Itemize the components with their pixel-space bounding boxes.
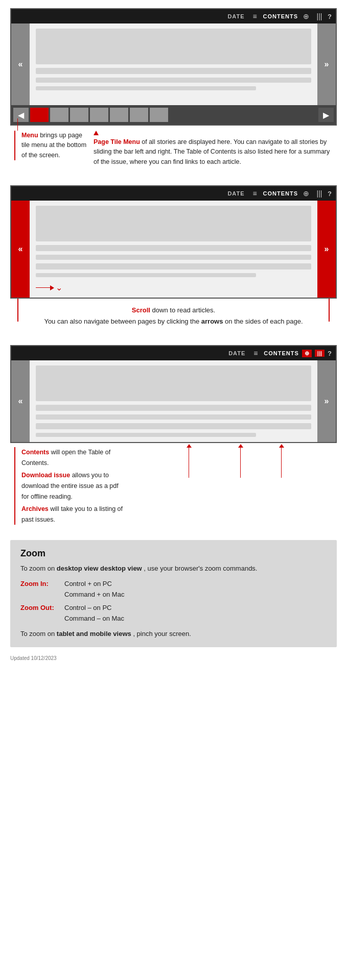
content-line-3d [36, 433, 256, 437]
ann-contents-title: Contents [21, 449, 49, 456]
ann-pagetile-arrow-row [94, 131, 333, 135]
ann-download-title: Download issue [21, 472, 70, 479]
topbar-question-icon-2[interactable]: ? [328, 190, 332, 198]
content-line-1a [36, 68, 311, 74]
zoom-tablet-intro: To zoom on [20, 630, 55, 638]
tile-item-4[interactable] [90, 108, 108, 122]
zoom-section: Zoom To zoom on desktop view desktop vie… [10, 540, 337, 647]
reader-topbar-1: DATE ≡ CONTENTS ⊕ ||| ? [11, 9, 336, 23]
zoom-in-values: Control + on PC Command + on Mac [64, 578, 124, 600]
topbar-library-icon-2[interactable]: ||| [314, 189, 325, 198]
reader-topbar-3: DATE ≡ CONTENTS ⊕ ||| ? [11, 346, 336, 360]
zoom-out-values: Control – on PC Command – on Mac [64, 602, 124, 624]
scroll-indicator: ⌄ [36, 283, 311, 292]
content-line-3a [36, 405, 311, 411]
nav-arrow-right-1[interactable]: » [317, 23, 336, 105]
ann-menu: Menu brings up page tile menu at the bot… [14, 131, 88, 160]
content-line-3b [36, 414, 311, 420]
tile-bar-1: ◀ ▶ [11, 105, 336, 125]
topbar-menu-icon-2[interactable]: ≡ [250, 189, 260, 198]
topbar-contents-3[interactable]: CONTENTS [264, 350, 299, 356]
arrowhead-download [238, 444, 243, 448]
ann-scroll-title: Scroll [132, 306, 150, 314]
arrowhead-archives [279, 444, 284, 448]
content-image-2 [36, 206, 311, 241]
arrow-line-contents [189, 447, 189, 478]
arrowhead-contents [187, 444, 192, 448]
reader-frame-3: DATE ≡ CONTENTS ⊕ ||| ? « » [10, 345, 337, 443]
tile-item-7[interactable] [150, 108, 168, 122]
arrow-line-archives [281, 447, 282, 478]
nav-arrow-right-2[interactable]: » [317, 201, 336, 298]
zoom-desktop-bold: desktop view [57, 565, 99, 572]
ann-contents-line: Contents will open the Table of Contents… [21, 447, 127, 468]
ann-menu-line [17, 118, 18, 131]
topbar-contents-2[interactable]: CONTENTS [263, 190, 298, 197]
topbar-library-icon-3[interactable]: ||| [315, 350, 325, 357]
zoom-out-pc: Control – on PC [64, 602, 124, 613]
topbar-add-icon-2[interactable]: ⊕ [301, 189, 311, 198]
zoom-in-label: Zoom In: [20, 578, 61, 589]
reader-body-3: « » [11, 360, 336, 442]
zoom-intro-end: , use your browser's zoom commands. [144, 565, 257, 572]
zoom-in-pc: Control + on PC [64, 578, 124, 589]
content-line-2d [36, 273, 256, 277]
nav-arrow-left-3[interactable]: « [11, 360, 30, 442]
tile-item-6[interactable] [130, 108, 148, 122]
zoom-in-row: Zoom In: Control + on PC Command + on Ma… [20, 578, 327, 600]
ann-pagetile: Page Tile Menu of all stories are displa… [94, 131, 333, 167]
zoom-body: To zoom on desktop view desktop view , u… [20, 563, 327, 639]
ann-scroll-text: Scroll down to read articles. You can al… [26, 305, 321, 327]
tile-item-2[interactable] [50, 108, 68, 122]
content-image-1 [36, 29, 311, 64]
reader-frame-2: DATE ≡ CONTENTS ⊕ ||| ? « ⌄ [10, 185, 337, 299]
ann-pagetile-title: Page Tile Menu [94, 138, 140, 145]
zoom-intro: To zoom on [20, 565, 55, 572]
zoom-tablet-end: , pinch your screen. [133, 630, 191, 638]
content-line-1c [36, 86, 256, 90]
topbar-menu-icon-3[interactable]: ≡ [250, 349, 261, 357]
zoom-out-label: Zoom Out: [20, 602, 61, 613]
content-image-3 [36, 365, 311, 401]
content-line-3c [36, 423, 311, 429]
zoom-intro-line: To zoom on desktop view desktop view , u… [20, 563, 327, 574]
zoom-desktop-label: desktop view [100, 565, 142, 572]
tile-arrow-right-1[interactable]: ▶ [318, 108, 334, 122]
section1-pagetile: DATE ≡ CONTENTS ⊕ ||| ? « » ◀ [0, 0, 347, 177]
arrow-line-download [240, 447, 241, 478]
ann-scroll-bracket-right [329, 299, 330, 322]
tile-item-3[interactable] [70, 108, 88, 122]
nav-arrow-left-2[interactable]: « [11, 201, 30, 298]
ann-toolbar-left: Contents will open the Table of Contents… [14, 447, 127, 525]
topbar-question-icon-1[interactable]: ? [328, 13, 332, 20]
ann-menu-bracket [14, 131, 15, 160]
nav-arrow-left-1[interactable]: « [11, 23, 30, 105]
topbar-menu-icon-1[interactable]: ≡ [250, 12, 260, 20]
nav-arrow-right-3[interactable]: » [317, 360, 336, 442]
topbar-date-3: DATE [228, 350, 245, 356]
zoom-out-row: Zoom Out: Control – on PC Command – on M… [20, 602, 327, 624]
ann-scroll-nav: You can also navigate between pages by c… [44, 317, 201, 325]
topbar-date-1: DATE [227, 13, 244, 19]
tile-item-5[interactable] [110, 108, 128, 122]
topbar-contents-1[interactable]: CONTENTS [263, 13, 298, 19]
tile-arrow-left-1[interactable]: ◀ [13, 108, 29, 122]
topbar-date-2: DATE [227, 190, 244, 197]
ann-download-line: Download issue allows you to download th… [21, 470, 127, 502]
topbar-library-icon-1[interactable]: ||| [314, 12, 325, 20]
ann-arrows-container [127, 447, 333, 525]
topbar-add-icon-1[interactable]: ⊕ [301, 12, 311, 20]
page-content-1 [30, 23, 317, 105]
topbar-add-icon-3[interactable]: ⊕ [302, 350, 312, 357]
zoom-tablet-bold: tablet and mobile views [57, 630, 131, 638]
zoom-out-mac: Command – on Mac [64, 613, 124, 624]
ann-arrows-bold: arrows [201, 317, 223, 325]
ann-scroll-sides: on the sides of each page. [225, 317, 303, 325]
annotations-3: Contents will open the Table of Contents… [10, 443, 337, 535]
topbar-question-icon-3[interactable]: ? [328, 350, 332, 357]
annotations-1: Menu brings up page tile menu at the bot… [10, 126, 337, 177]
updated-text: Updated 10/12/2023 [0, 652, 347, 664]
zoom-title: Zoom [20, 548, 327, 559]
tile-item-active[interactable] [30, 108, 49, 122]
section2-scroll: DATE ≡ CONTENTS ⊕ ||| ? « ⌄ [0, 177, 347, 337]
